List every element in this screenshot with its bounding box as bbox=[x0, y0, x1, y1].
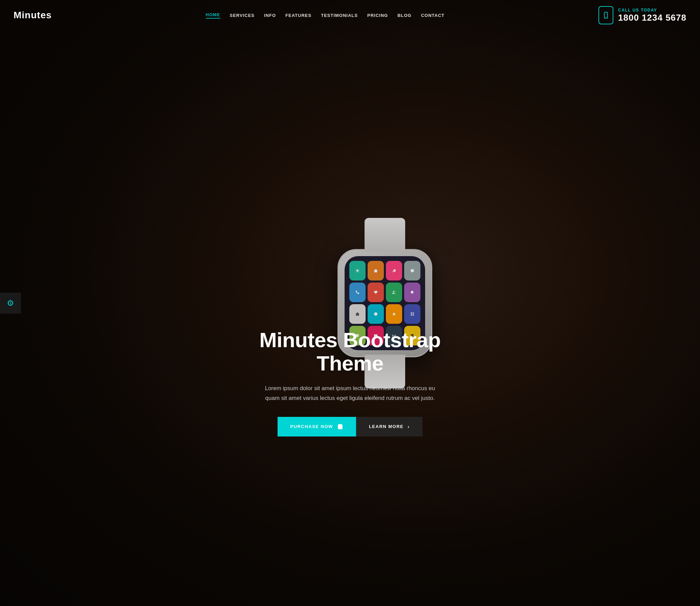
app-icon-5 bbox=[349, 283, 366, 302]
hero-subtitle: Lorem ipsum dolor sit amet ipsum lectus … bbox=[259, 384, 441, 403]
svg-point-7 bbox=[411, 291, 414, 293]
hero-title: Minutes Bootstrap Theme bbox=[238, 329, 462, 375]
nav-item-blog[interactable]: BLOG bbox=[397, 13, 412, 18]
nav-item-features[interactable]: FEATURES bbox=[285, 13, 311, 18]
svg-point-4 bbox=[395, 271, 396, 272]
nav-item-info[interactable]: INFO bbox=[264, 13, 276, 18]
nav-item-contact[interactable]: CONTACT bbox=[421, 13, 445, 18]
svg-point-6 bbox=[393, 291, 394, 292]
svg-marker-11 bbox=[392, 312, 396, 316]
svg-rect-14 bbox=[413, 314, 414, 316]
svg-rect-12 bbox=[411, 312, 412, 314]
nav-item-services[interactable]: SERVICES bbox=[230, 13, 255, 18]
gear-icon: ⚙ bbox=[7, 298, 14, 308]
learn-more-label: LEARN MORE bbox=[369, 424, 403, 429]
nav-item-testimonials[interactable]: TESTIMONIALS bbox=[321, 13, 358, 18]
app-icon-10 bbox=[368, 304, 384, 324]
svg-rect-13 bbox=[413, 312, 414, 314]
app-icon-6 bbox=[368, 283, 384, 302]
cart-icon bbox=[337, 424, 343, 430]
watch-band-top bbox=[365, 218, 405, 252]
app-icon-12 bbox=[404, 304, 420, 324]
app-icon-9 bbox=[349, 304, 366, 324]
svg-point-2 bbox=[356, 270, 358, 272]
app-icon-4 bbox=[404, 261, 420, 280]
hero-buttons: PURCHASE NOW LEARN MORE › bbox=[238, 417, 462, 436]
svg-rect-15 bbox=[411, 314, 412, 316]
nav-item-pricing[interactable]: PRICING bbox=[367, 13, 388, 18]
settings-button[interactable]: ⚙ bbox=[0, 293, 21, 314]
app-icon-7 bbox=[386, 283, 402, 302]
site-logo[interactable]: Minutes bbox=[14, 10, 52, 21]
phone-number: 1800 1234 5678 bbox=[618, 13, 686, 23]
purchase-button-label: PURCHASE NOW bbox=[290, 424, 333, 429]
learn-more-button[interactable]: LEARN MORE › bbox=[356, 417, 423, 436]
main-nav: HOME SERVICES INFO FEATURES TESTIMONIALS… bbox=[206, 12, 445, 19]
purchase-now-button[interactable]: PURCHASE NOW bbox=[278, 417, 356, 436]
hero-content: Minutes Bootstrap Theme Lorem ipsum dolo… bbox=[232, 329, 468, 436]
app-icon-3 bbox=[386, 261, 402, 280]
app-icon-2 bbox=[368, 261, 384, 280]
chevron-right-icon: › bbox=[408, 424, 410, 429]
svg-point-3 bbox=[393, 271, 394, 272]
site-header: Minutes HOME SERVICES INFO FEATURES TEST… bbox=[0, 0, 700, 30]
app-icon-8 bbox=[404, 283, 420, 302]
app-icon-1 bbox=[349, 261, 366, 280]
call-label: CALL US TODAY bbox=[618, 8, 686, 13]
app-icon-11 bbox=[386, 304, 402, 324]
nav-item-home[interactable]: HOME bbox=[206, 12, 220, 19]
phone-icon bbox=[602, 12, 610, 19]
contact-text-block: CALL US TODAY 1800 1234 5678 bbox=[618, 8, 686, 23]
phone-icon-box bbox=[598, 6, 613, 24]
hero-section: Minutes Bootstrap Theme Lorem ipsum dolo… bbox=[0, 0, 700, 606]
svg-line-8 bbox=[413, 293, 414, 294]
header-contact: CALL US TODAY 1800 1234 5678 bbox=[598, 6, 686, 24]
